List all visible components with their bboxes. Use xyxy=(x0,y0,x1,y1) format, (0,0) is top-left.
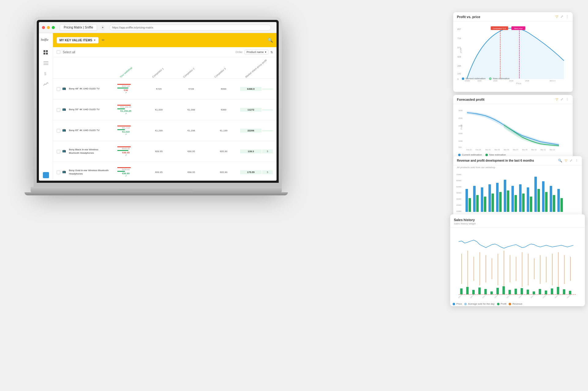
svg-text:30000: 30000 xyxy=(456,198,462,200)
table-row: 📺 Bony 48" 4K UHD OLED TV €337.65 €38 ↗ … xyxy=(53,79,277,100)
svg-rect-6 xyxy=(43,63,48,63)
svg-text:Profit: Profit xyxy=(460,125,462,130)
svg-text:50000: 50000 xyxy=(456,186,462,188)
sales-cell: 5 xyxy=(262,170,273,174)
svg-text:2020-01: 2020-01 xyxy=(458,294,462,299)
filter-icon3[interactable]: ▽ xyxy=(565,159,567,163)
svg-text:285: 285 xyxy=(457,65,461,67)
row-checkbox[interactable] xyxy=(57,150,60,153)
sort-direction-icon[interactable]: ⇅ xyxy=(270,51,273,54)
price-bar-top xyxy=(117,126,131,126)
price-bar-bottom xyxy=(117,150,128,151)
svg-text:Mar 05: Mar 05 xyxy=(504,149,509,151)
select-all-checkbox[interactable] xyxy=(57,50,60,54)
order-select[interactable]: Product name ▾ xyxy=(244,50,269,55)
browser-tab[interactable]: Pricing Matrix | Sniffie xyxy=(60,24,97,31)
kvi-dropdown[interactable]: MY KEY VALUE ITEMS ▼ xyxy=(57,37,99,43)
product-icon: 📺 xyxy=(62,87,67,92)
svg-rect-119 xyxy=(503,286,505,295)
new-tab-button[interactable]: + xyxy=(100,25,105,30)
expand-icon2[interactable]: ⤢ xyxy=(560,97,563,101)
panel-profit-price: Profit vs. price ▽ ⤢ ⋮ 857 714 571 428 2… xyxy=(453,12,573,92)
row-checkbox[interactable] xyxy=(57,171,60,174)
price-value: €1,154.25 xyxy=(117,110,134,112)
svg-rect-64 xyxy=(504,180,506,212)
legend-dot-new xyxy=(489,77,492,80)
search-icon[interactable]: 🔍 xyxy=(268,38,273,43)
svg-rect-72 xyxy=(534,177,537,212)
svg-rect-77 xyxy=(553,195,555,212)
legend-label-new2: New estimation xyxy=(489,153,506,156)
minimize-button[interactable] xyxy=(47,26,50,29)
price-bars: €41,154.25 €1,154.25 ↗ xyxy=(117,105,134,115)
price-cell-webshop: €337.65 €38 ↗ xyxy=(109,83,142,95)
legend-current2: Current estimation xyxy=(458,153,482,156)
price-bar-top xyxy=(117,146,131,147)
price-bar-bottom xyxy=(117,88,128,88)
more-icon2[interactable]: ⋮ xyxy=(566,97,569,101)
comp1-cell: €729 xyxy=(143,88,175,90)
svg-rect-123 xyxy=(527,290,529,295)
revenue-chart: 70000 60000 50000 40000 30000 20000 1000… xyxy=(453,169,582,220)
svg-text:Mar 10: Mar 10 xyxy=(531,149,537,151)
price-range-label: €41,154.25 xyxy=(117,106,134,108)
svg-text:70000: 70000 xyxy=(456,174,462,175)
svg-rect-125 xyxy=(539,289,541,295)
close-button[interactable] xyxy=(42,26,45,29)
legend-label-price: Price xyxy=(456,303,462,305)
svg-rect-124 xyxy=(533,291,535,295)
svg-text:Mar 09: Mar 09 xyxy=(522,149,527,151)
row-checkbox[interactable] xyxy=(57,129,60,133)
edit-icon[interactable]: ✏ xyxy=(102,38,105,42)
row-checkbox[interactable] xyxy=(57,108,60,112)
table-container[interactable]: Select all Order Product name ▾ ⇅ xyxy=(53,47,277,181)
svg-rect-128 xyxy=(557,287,559,295)
price-value: €56.80 xyxy=(117,172,134,175)
col-header-comp2: Competitor 2 xyxy=(183,56,208,78)
sidebar-item-analytics[interactable] xyxy=(43,81,49,87)
svg-text:Feb 21: Feb 21 xyxy=(466,149,472,151)
order-select-arrow: ▾ xyxy=(265,51,266,54)
svg-rect-58 xyxy=(481,187,483,212)
svg-rect-3 xyxy=(43,53,45,55)
svg-text:2500: 2500 xyxy=(458,117,463,119)
sidebar-item-pricing[interactable]: $ xyxy=(43,70,49,77)
col-header-webshop: Your webshop xyxy=(119,56,145,78)
more-icon3[interactable]: ⋮ xyxy=(575,159,578,163)
expand-icon[interactable]: ⤢ xyxy=(560,15,563,19)
more-icon[interactable]: ⋮ xyxy=(566,15,569,19)
col-header-kvi: Market share proxy profit xyxy=(245,57,270,78)
comp2-cell: €728 xyxy=(175,88,207,90)
svg-text:714: 714 xyxy=(457,37,461,40)
app-layout: Sniffie $ xyxy=(39,33,277,181)
sales-cell xyxy=(262,88,273,90)
panel-sales-subtitle: Sales history widget xyxy=(454,222,476,225)
row-checkbox[interactable] xyxy=(57,87,60,91)
svg-text:Competitor 3 r2: Competitor 3 r2 xyxy=(493,27,506,29)
price-cell-webshop: €41,710 €1,310 ↗ xyxy=(109,125,142,136)
panel-revenue-title: Revenue and profit development in the la… xyxy=(457,159,534,162)
top-bar: MY KEY VALUE ITEMS ▼ ✏ 🔍 xyxy=(53,33,277,47)
svg-text:New price: New price xyxy=(514,27,523,29)
product-name: Bony Black In-ear Wireless Bluetooth Hea… xyxy=(69,148,109,155)
search-icon3[interactable]: 🔍 xyxy=(558,159,562,163)
product-name: Bony 48" 4K UHD OLED TV xyxy=(69,87,109,90)
maximize-button[interactable] xyxy=(52,26,55,29)
address-bar[interactable]: https://app.sniffie.io/pricing-matrix xyxy=(109,24,271,31)
svg-text:3000: 3000 xyxy=(458,110,463,111)
kvi-cell: 175.55 xyxy=(240,170,262,174)
expand-icon3[interactable]: ⤢ xyxy=(570,159,572,163)
table-row: 📺 Bony Gold In-ear Wireless Bluetooth He… xyxy=(53,162,277,181)
svg-text:2024-06: 2024-06 xyxy=(567,294,571,299)
order-label: Order xyxy=(236,51,243,54)
svg-text:2500: 2500 xyxy=(525,80,529,82)
sidebar-item-dashboard[interactable] xyxy=(43,50,49,56)
filter-icon2[interactable]: ▽ xyxy=(556,97,558,101)
kvi-cell: 11272 xyxy=(240,108,262,112)
legend-revenue2: Revenue xyxy=(509,303,522,305)
sidebar-item-list[interactable] xyxy=(43,60,49,66)
trend-indicator: ↗ xyxy=(117,112,134,115)
svg-rect-1 xyxy=(43,50,45,52)
filter-icon[interactable]: ▽ xyxy=(556,15,558,19)
panel-profit-price-actions: ▽ ⤢ ⋮ xyxy=(556,15,569,19)
